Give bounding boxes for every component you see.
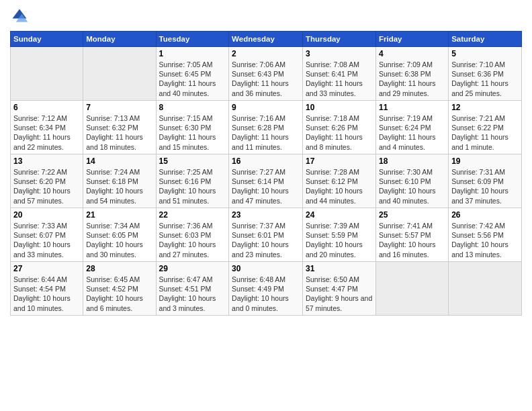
day-info: Sunrise: 7:37 AM Sunset: 6:01 PM Dayligh… (232, 221, 300, 259)
day-number: 31 (306, 264, 373, 273)
calendar-cell: 14Sunrise: 7:24 AM Sunset: 6:18 PM Dayli… (83, 154, 156, 208)
calendar-cell: 30Sunrise: 6:48 AM Sunset: 4:49 PM Dayli… (229, 262, 303, 316)
calendar-cell (375, 262, 448, 316)
calendar-cell: 28Sunrise: 6:45 AM Sunset: 4:52 PM Dayli… (83, 262, 156, 316)
calendar-cell: 24Sunrise: 7:39 AM Sunset: 5:59 PM Dayli… (303, 208, 376, 262)
day-number: 13 (13, 156, 80, 166)
calendar-cell: 17Sunrise: 7:28 AM Sunset: 6:12 PM Dayli… (303, 154, 376, 208)
calendar-cell (11, 47, 83, 101)
day-info: Sunrise: 7:30 AM Sunset: 6:10 PM Dayligh… (379, 167, 445, 205)
calendar-cell: 29Sunrise: 6:47 AM Sunset: 4:51 PM Dayli… (156, 262, 229, 316)
weekday-header: Tuesday (156, 32, 229, 47)
calendar-cell: 8Sunrise: 7:15 AM Sunset: 6:30 PM Daylig… (156, 101, 229, 154)
calendar-cell: 9Sunrise: 7:16 AM Sunset: 6:28 PM Daylig… (229, 101, 303, 154)
day-info: Sunrise: 7:16 AM Sunset: 6:28 PM Dayligh… (232, 113, 300, 152)
day-info: Sunrise: 7:31 AM Sunset: 6:09 PM Dayligh… (451, 167, 519, 205)
calendar-cell: 3Sunrise: 7:08 AM Sunset: 6:41 PM Daylig… (303, 47, 376, 101)
day-info: Sunrise: 7:12 AM Sunset: 6:34 PM Dayligh… (13, 113, 80, 152)
day-number: 28 (86, 264, 152, 273)
day-info: Sunrise: 7:05 AM Sunset: 6:45 PM Dayligh… (159, 60, 226, 98)
day-info: Sunrise: 7:22 AM Sunset: 6:20 PM Dayligh… (13, 167, 80, 205)
calendar-cell: 25Sunrise: 7:41 AM Sunset: 5:57 PM Dayli… (375, 208, 448, 262)
day-number: 11 (379, 103, 445, 112)
day-number: 2 (232, 49, 300, 58)
day-number: 7 (86, 103, 152, 112)
calendar-cell: 7Sunrise: 7:13 AM Sunset: 6:32 PM Daylig… (83, 101, 156, 154)
day-number: 26 (451, 210, 519, 220)
calendar-cell: 19Sunrise: 7:31 AM Sunset: 6:09 PM Dayli… (449, 154, 522, 208)
day-info: Sunrise: 6:44 AM Sunset: 4:54 PM Dayligh… (13, 275, 80, 313)
weekday-header: Sunday (11, 32, 83, 47)
calendar-cell: 31Sunrise: 6:50 AM Sunset: 4:47 PM Dayli… (303, 262, 376, 316)
day-number: 23 (232, 210, 300, 220)
day-info: Sunrise: 7:13 AM Sunset: 6:32 PM Dayligh… (86, 113, 152, 152)
day-number: 12 (451, 103, 519, 112)
day-number: 29 (159, 264, 226, 273)
day-number: 4 (379, 49, 445, 58)
day-number: 16 (232, 156, 300, 166)
calendar-cell: 18Sunrise: 7:30 AM Sunset: 6:10 PM Dayli… (375, 154, 448, 208)
calendar-cell (449, 262, 522, 316)
day-info: Sunrise: 7:21 AM Sunset: 6:22 PM Dayligh… (451, 113, 519, 152)
day-number: 6 (13, 103, 80, 112)
day-info: Sunrise: 7:18 AM Sunset: 6:26 PM Dayligh… (306, 113, 373, 152)
weekday-header: Thursday (303, 32, 376, 47)
day-info: Sunrise: 6:48 AM Sunset: 4:49 PM Dayligh… (232, 275, 300, 313)
day-info: Sunrise: 7:33 AM Sunset: 6:07 PM Dayligh… (13, 221, 80, 259)
weekday-header: Wednesday (229, 32, 303, 47)
calendar-cell: 5Sunrise: 7:10 AM Sunset: 6:36 PM Daylig… (449, 47, 522, 101)
day-number: 27 (13, 264, 80, 273)
calendar-cell: 11Sunrise: 7:19 AM Sunset: 6:24 PM Dayli… (375, 101, 448, 154)
day-info: Sunrise: 7:19 AM Sunset: 6:24 PM Dayligh… (379, 113, 445, 152)
day-number: 1 (159, 49, 226, 58)
day-number: 14 (86, 156, 152, 166)
day-number: 9 (232, 103, 300, 112)
day-number: 30 (232, 264, 300, 273)
day-number: 25 (379, 210, 445, 220)
calendar-cell: 15Sunrise: 7:25 AM Sunset: 6:16 PM Dayli… (156, 154, 229, 208)
day-info: Sunrise: 7:42 AM Sunset: 5:56 PM Dayligh… (451, 221, 519, 259)
day-number: 3 (306, 49, 373, 58)
day-info: Sunrise: 6:50 AM Sunset: 4:47 PM Dayligh… (306, 275, 373, 313)
day-info: Sunrise: 7:24 AM Sunset: 6:18 PM Dayligh… (86, 167, 152, 205)
day-info: Sunrise: 7:28 AM Sunset: 6:12 PM Dayligh… (306, 167, 373, 205)
day-number: 8 (159, 103, 226, 112)
calendar-cell: 1Sunrise: 7:05 AM Sunset: 6:45 PM Daylig… (156, 47, 229, 101)
day-info: Sunrise: 7:08 AM Sunset: 6:41 PM Dayligh… (306, 60, 373, 98)
day-info: Sunrise: 7:39 AM Sunset: 5:59 PM Dayligh… (306, 221, 373, 259)
day-info: Sunrise: 7:36 AM Sunset: 6:03 PM Dayligh… (159, 221, 226, 259)
day-number: 5 (451, 49, 519, 58)
weekday-header: Monday (83, 32, 156, 47)
day-number: 10 (306, 103, 373, 112)
calendar-cell: 16Sunrise: 7:27 AM Sunset: 6:14 PM Dayli… (229, 154, 303, 208)
calendar-cell: 10Sunrise: 7:18 AM Sunset: 6:26 PM Dayli… (303, 101, 376, 154)
calendar-cell: 12Sunrise: 7:21 AM Sunset: 6:22 PM Dayli… (449, 101, 522, 154)
day-number: 22 (159, 210, 226, 220)
day-number: 15 (159, 156, 226, 166)
calendar-cell: 22Sunrise: 7:36 AM Sunset: 6:03 PM Dayli… (156, 208, 229, 262)
day-number: 19 (451, 156, 519, 166)
logo-icon (10, 7, 29, 26)
day-info: Sunrise: 7:27 AM Sunset: 6:14 PM Dayligh… (232, 167, 300, 205)
calendar-cell: 6Sunrise: 7:12 AM Sunset: 6:34 PM Daylig… (11, 101, 83, 154)
calendar-cell: 13Sunrise: 7:22 AM Sunset: 6:20 PM Dayli… (11, 154, 83, 208)
calendar-cell: 21Sunrise: 7:34 AM Sunset: 6:05 PM Dayli… (83, 208, 156, 262)
calendar-table: SundayMondayTuesdayWednesdayThursdayFrid… (10, 31, 522, 316)
day-number: 20 (13, 210, 80, 220)
day-number: 17 (306, 156, 373, 166)
calendar-cell (83, 47, 156, 101)
calendar-cell: 23Sunrise: 7:37 AM Sunset: 6:01 PM Dayli… (229, 208, 303, 262)
day-info: Sunrise: 6:45 AM Sunset: 4:52 PM Dayligh… (86, 275, 152, 313)
day-info: Sunrise: 7:41 AM Sunset: 5:57 PM Dayligh… (379, 221, 445, 259)
weekday-header: Friday (375, 32, 448, 47)
day-info: Sunrise: 7:10 AM Sunset: 6:36 PM Dayligh… (451, 60, 519, 98)
day-info: Sunrise: 6:47 AM Sunset: 4:51 PM Dayligh… (159, 275, 226, 313)
day-number: 18 (379, 156, 445, 166)
day-info: Sunrise: 7:34 AM Sunset: 6:05 PM Dayligh… (86, 221, 152, 259)
calendar-cell: 27Sunrise: 6:44 AM Sunset: 4:54 PM Dayli… (11, 262, 83, 316)
day-info: Sunrise: 7:06 AM Sunset: 6:43 PM Dayligh… (232, 60, 300, 98)
calendar-cell: 20Sunrise: 7:33 AM Sunset: 6:07 PM Dayli… (11, 208, 83, 262)
calendar-cell: 26Sunrise: 7:42 AM Sunset: 5:56 PM Dayli… (449, 208, 522, 262)
day-info: Sunrise: 7:09 AM Sunset: 6:38 PM Dayligh… (379, 60, 445, 98)
logo (10, 7, 32, 26)
